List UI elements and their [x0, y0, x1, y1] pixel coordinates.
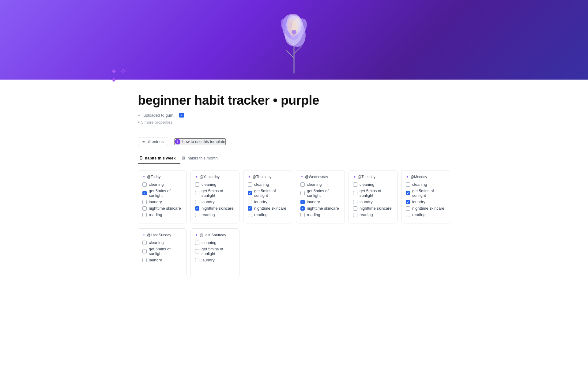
habit-item: laundry — [353, 200, 393, 204]
habit-item: nighttime skincare — [353, 206, 393, 211]
tab-habits-month[interactable]: 🗓 habits this month — [180, 153, 222, 164]
day-card: ✦@Last Saturdaycleaningget 5mins of sunl… — [190, 228, 239, 277]
habit-checkbox[interactable] — [300, 213, 305, 217]
card-title: ✦@Last Sunday — [142, 233, 182, 237]
habit-checkbox[interactable] — [300, 200, 305, 204]
habit-checkbox[interactable] — [406, 213, 410, 217]
habit-checkbox[interactable] — [353, 191, 357, 195]
habit-checkbox[interactable] — [142, 182, 147, 187]
habit-item: get 5mins of sunlight — [406, 189, 446, 198]
habit-checkbox[interactable] — [195, 213, 199, 217]
property-row: ✓ uploaded to gum... — [138, 113, 450, 118]
habit-checkbox[interactable] — [142, 200, 147, 204]
header-banner — [0, 0, 588, 80]
habit-checkbox[interactable] — [195, 200, 199, 204]
card-title: ✦@Monday — [406, 175, 446, 179]
habit-checkbox[interactable] — [406, 206, 410, 211]
day-card: ✦@Todaycleaningget 5mins of sunlightlaun… — [138, 170, 187, 223]
card-title: ✦@Tuesday — [353, 175, 393, 179]
habit-item: laundry — [300, 200, 340, 204]
habit-item: reading — [406, 212, 446, 217]
all-entries-button[interactable]: ≡ all entries — [138, 137, 168, 146]
habit-item: laundry — [195, 258, 235, 262]
how-to-button[interactable]: i how to use this template — [174, 138, 226, 145]
tab-habits-week[interactable]: 🗓 habits this week — [138, 153, 180, 164]
habit-checkbox[interactable] — [195, 241, 199, 245]
habit-checkbox[interactable] — [195, 191, 199, 195]
habit-item: laundry — [195, 200, 235, 204]
habit-label: get 5mins of sunlight — [149, 189, 182, 198]
property-checkbox[interactable] — [179, 113, 184, 118]
habit-label: laundry — [412, 200, 425, 204]
habit-checkbox[interactable] — [195, 249, 199, 253]
habit-item: cleaning — [353, 182, 393, 187]
habit-checkbox[interactable] — [248, 213, 252, 217]
habit-label: nighttime skincare — [254, 206, 286, 211]
habit-checkbox[interactable] — [142, 206, 147, 211]
habit-checkbox[interactable] — [353, 206, 357, 211]
page-title: beginner habit tracker • purple — [138, 93, 450, 108]
habit-label: reading — [412, 212, 425, 217]
day-card: ✦@Tuesdaycleaningget 5mins of sunlightla… — [349, 170, 398, 223]
habit-checkbox[interactable] — [195, 206, 199, 211]
list-icon: ≡ — [142, 139, 145, 144]
more-properties[interactable]: ▾ 5 more properties — [138, 120, 450, 125]
habit-label: get 5mins of sunlight — [412, 189, 446, 198]
habit-checkbox[interactable] — [142, 241, 147, 245]
day-card: ✦@Yesterdaycleaningget 5mins of sunlight… — [190, 170, 239, 223]
habit-checkbox[interactable] — [353, 182, 357, 187]
habit-checkbox[interactable] — [248, 200, 252, 204]
sparkle-icon: ✦ — [142, 233, 145, 237]
habit-checkbox[interactable] — [406, 182, 410, 187]
habit-checkbox[interactable] — [142, 258, 147, 262]
habit-checkbox[interactable] — [300, 206, 305, 211]
flower-illustration — [263, 6, 325, 73]
day-card: ✦@Mondaycleaningget 5mins of sunlightlau… — [401, 170, 450, 223]
habit-item: nighttime skincare — [142, 206, 182, 211]
calendar-icon-week: 🗓 — [139, 156, 143, 160]
habit-label: cleaning — [149, 240, 164, 245]
habit-label: nighttime skincare — [149, 206, 181, 211]
day-card: ✦@Last Sundaycleaningget 5mins of sunlig… — [138, 228, 187, 277]
habit-item: reading — [142, 212, 182, 217]
habit-label: reading — [307, 212, 320, 217]
habit-item: reading — [195, 212, 235, 217]
habit-item: get 5mins of sunlight — [195, 189, 235, 198]
habit-item: cleaning — [142, 182, 182, 187]
habit-checkbox[interactable] — [142, 249, 147, 253]
divider — [138, 131, 450, 131]
habit-item: get 5mins of sunlight — [142, 247, 182, 256]
sparkle-icon: ✦ — [353, 175, 356, 179]
habit-label: cleaning — [149, 182, 164, 187]
habit-checkbox[interactable] — [142, 191, 147, 195]
habit-item: cleaning — [300, 182, 340, 187]
habit-checkbox[interactable] — [300, 191, 305, 195]
habit-item: cleaning — [195, 182, 235, 187]
habits-bottom-grid: ✦@Last Sundaycleaningget 5mins of sunlig… — [138, 228, 450, 277]
card-title: ✦@Wednesday — [300, 175, 340, 179]
habit-checkbox[interactable] — [248, 191, 252, 195]
habit-checkbox[interactable] — [406, 191, 410, 195]
habit-label: reading — [149, 212, 162, 217]
habit-label: reading — [254, 212, 267, 217]
habit-checkbox[interactable] — [300, 182, 305, 187]
habit-checkbox[interactable] — [353, 200, 357, 204]
habit-checkbox[interactable] — [195, 182, 199, 187]
habit-checkbox[interactable] — [406, 200, 410, 204]
habit-label: laundry — [149, 258, 162, 262]
habit-item: get 5mins of sunlight — [300, 189, 340, 198]
habit-checkbox[interactable] — [195, 258, 199, 262]
habit-label: laundry — [254, 200, 267, 204]
habit-checkbox[interactable] — [248, 206, 252, 211]
property-label: uploaded to gum... — [144, 113, 177, 118]
card-title: ✦@Thursday — [248, 175, 288, 179]
habit-label: get 5mins of sunlight — [307, 189, 340, 198]
card-title: ✦@Yesterday — [195, 175, 235, 179]
habit-item: nighttime skincare — [195, 206, 235, 211]
habit-checkbox[interactable] — [248, 182, 252, 187]
habit-checkbox[interactable] — [142, 213, 147, 217]
habits-week-grid: ✦@Todaycleaningget 5mins of sunlightlaun… — [138, 170, 450, 223]
habit-checkbox[interactable] — [353, 213, 357, 217]
habit-label: laundry — [202, 258, 215, 262]
habit-item: cleaning — [142, 240, 182, 245]
